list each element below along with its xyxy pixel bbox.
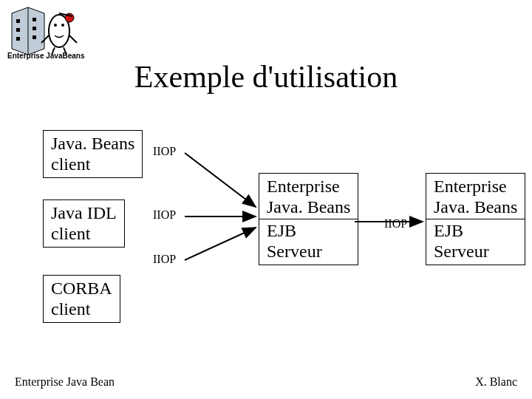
server-line: Enterprise bbox=[434, 177, 517, 197]
svg-line-17 bbox=[185, 153, 256, 207]
svg-rect-6 bbox=[33, 35, 36, 39]
slide-title: Exemple d'utilisation bbox=[0, 59, 532, 95]
client-line: Java IDL bbox=[51, 203, 117, 222]
svg-line-12 bbox=[41, 35, 49, 43]
server-ejb-1: Enterprise Java. Beans EJB Serveur bbox=[259, 173, 358, 265]
svg-marker-0 bbox=[12, 7, 44, 55]
svg-point-9 bbox=[61, 24, 64, 27]
server-line: Serveur bbox=[267, 242, 350, 262]
server-line: EJB bbox=[267, 221, 350, 242]
svg-line-11 bbox=[59, 13, 72, 16]
svg-rect-4 bbox=[33, 18, 36, 21]
server-line: Enterprise bbox=[267, 177, 350, 197]
svg-point-10 bbox=[65, 13, 74, 22]
server-ejb-2: Enterprise Java. Beans EJB Serveur bbox=[426, 173, 525, 265]
svg-point-7 bbox=[49, 15, 69, 47]
footer-right: X. Blanc bbox=[475, 375, 517, 389]
svg-point-8 bbox=[54, 24, 57, 27]
server-line: Java. Beans bbox=[267, 197, 350, 218]
node-divider bbox=[259, 219, 358, 219]
svg-line-13 bbox=[69, 35, 77, 43]
client-line: client bbox=[51, 299, 90, 318]
client-line: Java. Beans bbox=[51, 134, 134, 153]
client-corba: CORBA client bbox=[43, 275, 120, 323]
slide-root: Enterprise JavaBeans Exemple d'utilisati… bbox=[0, 0, 532, 399]
client-javaidl: Java IDL client bbox=[43, 200, 125, 248]
protocol-label-2: IIOP bbox=[153, 208, 176, 222]
svg-rect-3 bbox=[16, 37, 20, 41]
svg-rect-1 bbox=[16, 19, 20, 23]
svg-rect-5 bbox=[33, 27, 36, 30]
client-line: client bbox=[51, 224, 90, 243]
protocol-label-1: IIOP bbox=[153, 145, 176, 158]
server-line: EJB bbox=[434, 221, 517, 242]
node-divider bbox=[426, 219, 525, 219]
svg-rect-2 bbox=[16, 28, 20, 32]
protocol-label-3: IIOP bbox=[153, 253, 176, 266]
footer-left: Enterprise Java Bean bbox=[15, 375, 115, 389]
server-line: Java. Beans bbox=[434, 197, 517, 218]
client-line: CORBA bbox=[51, 279, 112, 298]
client-line: client bbox=[51, 154, 90, 174]
server-line: Serveur bbox=[434, 242, 517, 262]
svg-line-19 bbox=[185, 228, 256, 260]
protocol-label-4: IIOP bbox=[384, 217, 407, 231]
client-javabeans: Java. Beans client bbox=[43, 130, 143, 178]
